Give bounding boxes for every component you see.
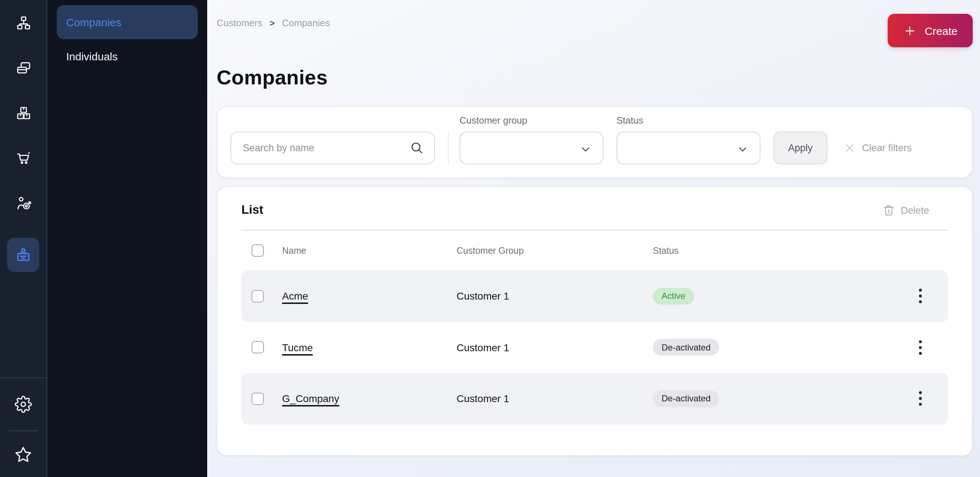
column-header-name: Name <box>282 245 438 256</box>
sidebar-nav: Companies Individuals <box>47 0 207 477</box>
row-group: Customer 1 <box>457 393 635 405</box>
status-label: Status <box>617 115 760 126</box>
kebab-menu-button[interactable] <box>912 389 929 409</box>
table-header: Name Customer Group Status <box>241 231 948 270</box>
kebab-dot <box>919 289 922 292</box>
sidebar-icon-customers[interactable] <box>7 238 39 272</box>
kebab-dot <box>919 340 922 343</box>
trash-icon <box>883 204 895 216</box>
kebab-dot <box>919 398 922 400</box>
row-group: Customer 1 <box>457 291 635 302</box>
table-row: Acme Customer 1 Active <box>241 270 948 322</box>
topbar: Customers > Companies Create <box>216 14 973 47</box>
row-group: Customer 1 <box>457 342 635 353</box>
list-heading: List <box>241 203 263 218</box>
customer-group-column: Customer group <box>460 115 603 164</box>
table-body: Acme Customer 1 Active Tucme Customer 1 … <box>241 270 948 424</box>
icon-rail <box>0 0 47 477</box>
delete-button[interactable]: Delete <box>878 203 934 217</box>
kebab-dot <box>919 346 922 349</box>
sidebar-icon-favorites[interactable] <box>0 431 46 477</box>
cart-icon <box>15 149 32 166</box>
inventory-boxes-icon <box>15 104 32 121</box>
kebab-menu-button[interactable] <box>912 286 929 307</box>
sidebar-icon-orders[interactable] <box>0 135 46 180</box>
kebab-dot <box>919 352 922 355</box>
plus-icon <box>903 24 917 37</box>
row-name-link[interactable]: Tucme <box>282 342 313 353</box>
chevron-down-icon <box>737 144 748 155</box>
select-all-checkbox[interactable] <box>251 244 264 257</box>
list-card: List Delete Name Customer Group Status A… <box>216 186 973 456</box>
kebab-dot <box>919 301 922 304</box>
filter-card: Customer group Status Apply Clear filter… <box>216 106 973 178</box>
create-button[interactable]: Create <box>888 14 973 47</box>
breadcrumb: Customers > Companies <box>216 17 330 29</box>
status-badge: Active <box>653 288 694 305</box>
apply-button[interactable]: Apply <box>773 132 827 164</box>
column-header-status: Status <box>653 245 894 256</box>
app-root: Companies Individuals Customers > Compan… <box>0 0 980 477</box>
main-content: Customers > Companies Create Companies C… <box>207 0 980 477</box>
breadcrumb-customers[interactable]: Customers <box>216 17 262 29</box>
kebab-menu-button[interactable] <box>912 337 929 358</box>
customer-badge-icon <box>14 246 32 264</box>
sidebar-icon-settings[interactable] <box>0 378 46 431</box>
favorites-star-icon <box>14 445 32 463</box>
row-name-link[interactable]: Acme <box>282 291 308 302</box>
status-select[interactable] <box>617 132 760 164</box>
column-header-customer-group: Customer Group <box>457 245 635 256</box>
status-badge: De-activated <box>653 391 719 407</box>
search-input[interactable] <box>231 132 435 164</box>
status-badge: De-activated <box>653 339 719 356</box>
customer-group-select[interactable] <box>460 132 603 164</box>
delete-button-label: Delete <box>901 205 929 216</box>
row-checkbox[interactable] <box>251 290 264 302</box>
kebab-dot <box>919 295 922 298</box>
filter-divider <box>448 132 449 164</box>
list-header: List Delete <box>241 203 948 218</box>
org-chart-icon <box>15 14 32 31</box>
breadcrumb-separator: > <box>270 18 275 28</box>
sidebar-icon-billing[interactable] <box>0 45 46 90</box>
customer-group-label: Customer group <box>460 115 603 126</box>
billing-cards-icon <box>15 59 32 76</box>
breadcrumb-companies[interactable]: Companies <box>282 17 330 29</box>
sidebar-icon-org-chart[interactable] <box>0 0 46 45</box>
chevron-down-icon <box>580 144 591 155</box>
search-box <box>231 132 435 164</box>
kebab-dot <box>919 403 922 406</box>
row-checkbox[interactable] <box>251 341 264 354</box>
clear-filters-label: Clear filters <box>862 143 912 153</box>
sidebar-icon-engagement[interactable] <box>0 180 46 226</box>
clear-x-icon <box>843 142 856 154</box>
search-column <box>231 132 435 164</box>
settings-gear-icon <box>14 396 32 413</box>
sidebar-item-individuals[interactable]: Individuals <box>57 39 198 73</box>
sidebar-icon-inventory[interactable] <box>0 90 46 135</box>
clear-filters-button[interactable]: Clear filters <box>839 132 916 164</box>
sidebar-item-companies[interactable]: Companies <box>57 5 198 39</box>
table-row: Tucme Customer 1 De-activated <box>241 322 948 373</box>
row-name-link[interactable]: G_Company <box>282 393 339 405</box>
row-checkbox[interactable] <box>251 393 264 405</box>
table-row: G_Company Customer 1 De-activated <box>241 373 948 424</box>
customer-target-icon <box>15 194 32 211</box>
create-button-label: Create <box>925 24 958 37</box>
page-title: Companies <box>216 65 973 90</box>
kebab-dot <box>919 391 922 394</box>
search-icon <box>409 140 425 156</box>
status-column: Status <box>617 115 760 164</box>
